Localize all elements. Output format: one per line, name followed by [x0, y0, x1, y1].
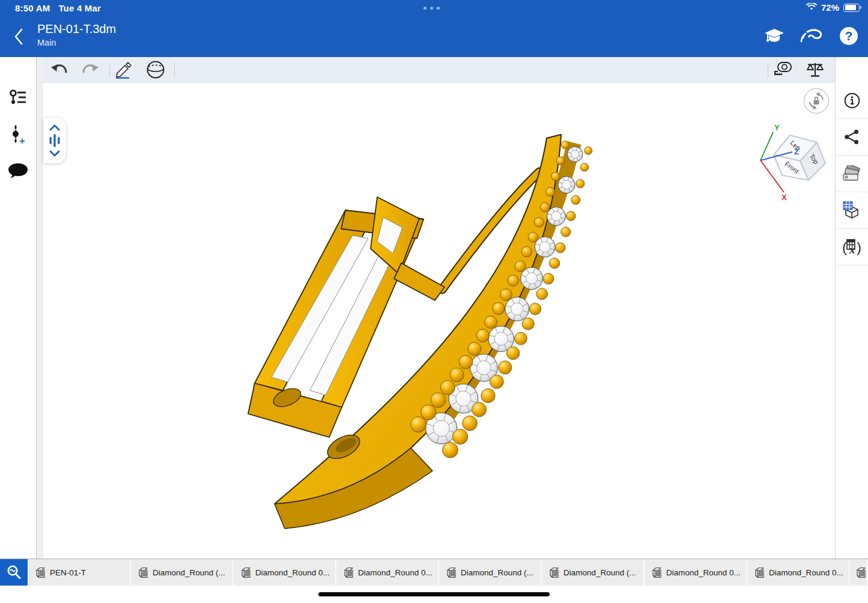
redo-icon	[82, 63, 99, 76]
weight-button[interactable]	[803, 59, 827, 80]
cube-icon	[548, 567, 559, 578]
document-tab[interactable]: Diamond_Round (...	[439, 559, 541, 586]
home-row	[0, 586, 868, 603]
cube-icon	[342, 567, 354, 578]
home-indicator[interactable]	[318, 592, 550, 596]
document-tab-label: Diamond_Round 0...	[255, 568, 330, 577]
pendant-3d-model	[43, 83, 835, 559]
view-adjust-tab[interactable]	[43, 118, 66, 163]
layers-icon	[9, 89, 27, 106]
svg-text:+: +	[19, 136, 25, 145]
document-tab-label: Diamond_Round 0...	[358, 568, 432, 577]
swatches-icon	[843, 165, 861, 182]
clock: 8:50 AM	[15, 3, 50, 13]
layers-panel-button[interactable]	[0, 82, 36, 114]
document-tab-label: Diamond_Round (...	[153, 568, 225, 577]
info-icon	[844, 92, 860, 109]
tape-measure-icon	[773, 61, 792, 78]
help-button[interactable]: ?	[837, 24, 861, 48]
magnifier-icon	[5, 564, 22, 581]
sliders-icon	[48, 133, 61, 148]
document-tab-label: Diamond_Round 0...	[769, 568, 843, 577]
document-tab[interactable]: Diamond_Round (...	[542, 559, 643, 586]
scale-icon	[806, 61, 824, 78]
axis-y-label: Y	[774, 123, 780, 132]
svg-text:): )	[857, 239, 861, 255]
document-tab-label: Diamond_Round 0...	[666, 568, 741, 577]
chevron-down-icon	[49, 150, 60, 157]
document-tab-bar: PEN-01-T Diamond_Round (... Diamond_Roun…	[0, 559, 868, 586]
add-marker-icon: +	[10, 125, 26, 145]
comment-icon	[8, 163, 28, 180]
document-tab-label: Diamond_Round (...	[461, 568, 533, 577]
shaded-sphere-button[interactable]	[144, 59, 168, 80]
document-tab[interactable]: Diamond_Round (...	[131, 559, 232, 586]
comments-button[interactable]	[0, 156, 36, 187]
cube-icon	[753, 567, 765, 578]
battery-icon	[843, 4, 860, 12]
svg-text:x: x	[849, 243, 855, 256]
rail-divider	[36, 57, 43, 559]
document-tab[interactable]: Diamond_Round 0...	[645, 559, 746, 586]
status-bar: 8:50 AMTue 4 Mar 72%	[0, 0, 868, 17]
measure-button[interactable]	[771, 59, 795, 80]
learn-button[interactable]	[762, 24, 786, 48]
parameters-button[interactable]: ( x )	[836, 229, 868, 265]
status-time-date: 8:50 AMTue 4 Mar	[15, 3, 101, 13]
irhino-app: 8:50 AMTue 4 Mar 72% PEN-01-T.3dm Main	[0, 0, 868, 603]
layers-table-button[interactable]	[836, 192, 868, 229]
undo-button[interactable]	[47, 59, 71, 80]
inspect-button[interactable]	[0, 559, 28, 586]
back-button[interactable]	[8, 25, 29, 48]
back-chevron-icon	[14, 28, 23, 45]
document-tab[interactable]: Diamond_Round 0...	[336, 559, 438, 586]
toolbar-divider	[174, 62, 175, 77]
ar-goggles-icon	[800, 26, 823, 46]
wifi-icon	[806, 2, 817, 13]
axis-x-label: X	[782, 193, 787, 201]
document-tab[interactable]: Diamond_Round 0...	[234, 559, 335, 586]
svg-text:(: (	[842, 239, 847, 255]
share-button[interactable]	[836, 119, 868, 156]
cube-icon	[240, 567, 251, 578]
add-marker-button[interactable]: +	[0, 120, 36, 151]
cube-grid-icon	[842, 201, 861, 219]
share-icon	[844, 129, 860, 145]
axis-z-label: Z	[794, 147, 799, 156]
document-header: PEN-01-T.3dm Main	[0, 17, 868, 57]
svg-text:?: ?	[845, 29, 853, 43]
document-tab-label: PEN-01-T	[50, 568, 86, 577]
function-table-icon: ( x )	[842, 238, 862, 256]
tab-strip: PEN-01-T Diamond_Round (... Diamond_Roun…	[28, 559, 868, 586]
right-toolbar: ( x )	[835, 57, 868, 559]
display-modes-button[interactable]	[836, 156, 868, 192]
toolbar-divider	[768, 62, 768, 77]
document-title: PEN-01-T.3dm	[37, 22, 116, 36]
info-button[interactable]	[836, 82, 868, 119]
document-tab[interactable]: Diamond_Round 0...	[747, 559, 849, 586]
viewport-canvas[interactable]: Left Top Front Y Z X	[43, 83, 835, 559]
document-tab-label: Diamond_Round (...	[563, 568, 636, 577]
chevron-up-icon	[49, 124, 60, 131]
rotation-lock-icon	[807, 92, 825, 110]
top-toolbar	[43, 57, 835, 83]
document-tab[interactable]	[850, 559, 867, 586]
document-tab[interactable]: PEN-01-T	[28, 559, 130, 586]
view-cube[interactable]: Left Top Front Y Z X	[754, 123, 832, 201]
redo-button[interactable]	[79, 59, 103, 80]
cube-icon	[34, 567, 46, 578]
cube-icon	[855, 567, 866, 578]
multitask-dots	[423, 7, 440, 10]
left-toolbar: +	[0, 57, 36, 559]
cube-icon	[137, 567, 148, 578]
ar-button[interactable]	[800, 24, 824, 48]
date: Tue 4 Mar	[58, 3, 101, 13]
document-subtitle: Main	[37, 38, 56, 47]
battery-percent: 72%	[821, 2, 839, 13]
undo-icon	[50, 63, 67, 76]
sphere-icon	[146, 60, 165, 79]
cube-icon	[445, 567, 457, 578]
markup-button[interactable]	[112, 59, 136, 80]
rotation-lock-button[interactable]	[804, 88, 829, 114]
help-icon: ?	[839, 26, 859, 46]
